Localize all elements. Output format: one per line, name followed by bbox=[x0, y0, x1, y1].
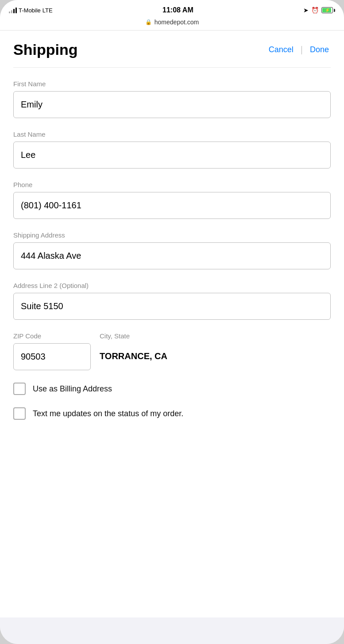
billing-checkbox[interactable] bbox=[13, 383, 26, 395]
url-text: homedepot.com bbox=[155, 19, 199, 26]
status-bar: T-Mobile LTE 11:08 AM ➤ ⏰ ⚡ bbox=[0, 0, 344, 17]
bottom-area bbox=[0, 617, 344, 644]
header-actions: Cancel | Done bbox=[267, 43, 331, 56]
network-type: LTE bbox=[43, 7, 53, 14]
city-state-section: City, State TORRANCE, CA bbox=[100, 332, 331, 369]
location-icon: ➤ bbox=[303, 7, 309, 14]
shipping-address-section: Shipping Address bbox=[13, 231, 331, 269]
text-updates-checkbox[interactable] bbox=[13, 407, 26, 420]
first-name-label: First Name bbox=[13, 80, 331, 88]
battery-indicator: ⚡ bbox=[321, 7, 335, 13]
zip-input[interactable] bbox=[13, 343, 91, 370]
url-bar[interactable]: 🔒 homedepot.com bbox=[0, 17, 344, 31]
form-header: Shipping Cancel | Done bbox=[13, 31, 331, 68]
signal-bars-icon bbox=[9, 7, 17, 13]
city-state-value: TORRANCE, CA bbox=[100, 343, 331, 369]
phone-frame: T-Mobile LTE 11:08 AM ➤ ⏰ ⚡ 🔒 homedepot.… bbox=[0, 0, 344, 644]
last-name-label: Last Name bbox=[13, 130, 331, 138]
shipping-address-input[interactable] bbox=[13, 242, 331, 269]
carrier-info: T-Mobile LTE bbox=[9, 7, 53, 14]
status-time: 11:08 AM bbox=[162, 6, 193, 14]
status-icons: ➤ ⏰ ⚡ bbox=[303, 7, 335, 14]
zip-section: ZIP Code bbox=[13, 332, 91, 370]
done-button[interactable]: Done bbox=[308, 43, 331, 56]
alarm-icon: ⏰ bbox=[311, 7, 319, 14]
zip-city-row: ZIP Code City, State TORRANCE, CA bbox=[13, 332, 331, 370]
address-line2-label: Address Line 2 (Optional) bbox=[13, 282, 331, 289]
address-line2-section: Address Line 2 (Optional) bbox=[13, 282, 331, 320]
first-name-section: First Name bbox=[13, 80, 331, 118]
lock-icon: 🔒 bbox=[145, 19, 152, 25]
last-name-input[interactable] bbox=[13, 142, 331, 169]
cancel-button[interactable]: Cancel bbox=[267, 43, 295, 56]
city-state-label: City, State bbox=[100, 332, 331, 340]
zip-label: ZIP Code bbox=[13, 332, 91, 340]
text-updates-checkbox-label: Text me updates on the status of my orde… bbox=[33, 409, 183, 418]
main-content: Shipping Cancel | Done First Name Last N… bbox=[0, 31, 344, 617]
address-line2-input[interactable] bbox=[13, 293, 331, 320]
billing-checkbox-label: Use as Billing Address bbox=[33, 384, 112, 394]
shipping-address-label: Shipping Address bbox=[13, 231, 331, 239]
last-name-section: Last Name bbox=[13, 130, 331, 169]
phone-section: Phone bbox=[13, 181, 331, 219]
page-title: Shipping bbox=[13, 41, 77, 58]
first-name-input[interactable] bbox=[13, 91, 331, 118]
carrier-name: T-Mobile bbox=[19, 7, 41, 14]
text-updates-checkbox-row: Text me updates on the status of my orde… bbox=[13, 407, 331, 420]
phone-label: Phone bbox=[13, 181, 331, 188]
divider: | bbox=[301, 45, 303, 55]
phone-input[interactable] bbox=[13, 192, 331, 219]
billing-checkbox-row: Use as Billing Address bbox=[13, 383, 331, 395]
